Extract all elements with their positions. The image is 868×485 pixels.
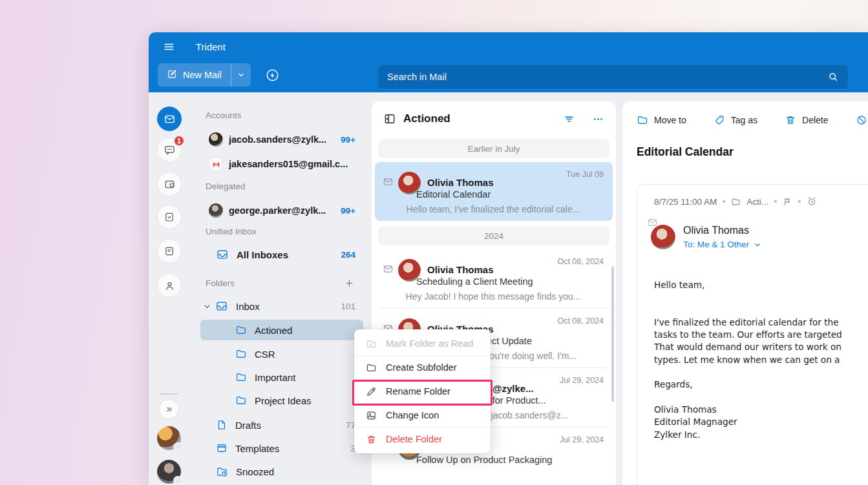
alarm-clock-icon[interactable] bbox=[807, 196, 817, 207]
image-icon bbox=[366, 410, 377, 421]
email-subject: Follow Up on Product Packaging bbox=[416, 455, 604, 465]
email-date: Oct 08, 2024 bbox=[552, 257, 604, 266]
tag-as-button[interactable]: Tag as bbox=[714, 114, 757, 126]
delete-button[interactable]: Delete bbox=[785, 114, 828, 126]
template-icon bbox=[216, 442, 228, 454]
add-folder-button[interactable] bbox=[344, 278, 354, 288]
body-line: That would demand our writers to work on bbox=[654, 341, 868, 353]
sidebar-item-snoozed[interactable]: Snoozed bbox=[189, 462, 368, 481]
rail-tasks-button[interactable] bbox=[157, 205, 182, 229]
account-avatar bbox=[209, 203, 223, 218]
app-rail: 1 bbox=[149, 92, 189, 485]
folders-section-label: Folders bbox=[206, 278, 344, 288]
sidebar-item-csr[interactable]: CSR bbox=[200, 344, 363, 364]
recipients-label: To: Me & 1 Other bbox=[683, 240, 749, 249]
account-item-gmail[interactable]: jakesanders015@gmail.c... bbox=[189, 154, 368, 174]
user-avatar[interactable] bbox=[157, 460, 181, 484]
message-toolbar: Move to Tag as Delete bbox=[622, 101, 868, 139]
folder-check-icon bbox=[366, 338, 377, 349]
expand-rail-button[interactable] bbox=[159, 399, 179, 419]
dot-separator bbox=[774, 200, 777, 203]
total-count: 101 bbox=[341, 302, 355, 311]
message-body: Hello team, I've finalized the editorial… bbox=[654, 279, 868, 441]
unread-count-badge: 99+ bbox=[341, 135, 355, 145]
user-avatar[interactable] bbox=[157, 426, 181, 450]
email-row[interactable]: Olivia Thomas Oct 08, 2024 Scheduling a … bbox=[375, 249, 613, 308]
sidebar-item-drafts[interactable]: Drafts 77 bbox=[189, 415, 368, 435]
body-line: tasks to the team. Our efforts are targe… bbox=[654, 329, 868, 341]
search-input[interactable]: Search in Mail bbox=[378, 65, 848, 88]
email-sender: Olivia Thomas bbox=[427, 264, 494, 275]
body-line bbox=[654, 366, 868, 378]
recipients-toggle[interactable]: To: Me & 1 Other bbox=[683, 240, 761, 249]
rail-notes-button[interactable] bbox=[157, 239, 182, 263]
chevron-down-icon[interactable] bbox=[203, 302, 211, 311]
sender-name: Olivia Thomas bbox=[683, 225, 749, 236]
folder-label: Inbox bbox=[236, 301, 337, 312]
pencil-icon bbox=[366, 386, 377, 397]
filter-icon[interactable] bbox=[563, 113, 575, 125]
new-mail-button[interactable]: New Mail bbox=[158, 63, 231, 87]
sidebar-item-all-inboxes[interactable]: All Inboxes 264 bbox=[189, 245, 368, 264]
rail-wallet-button[interactable] bbox=[157, 172, 182, 196]
mail-list-scrollbar[interactable] bbox=[611, 266, 614, 402]
tag-as-label: Tag as bbox=[731, 115, 757, 125]
menu-item-label: Rename Folder bbox=[386, 386, 450, 397]
rail-chat-button[interactable]: 1 bbox=[157, 138, 182, 162]
gmail-icon bbox=[209, 157, 223, 171]
accounts-section-label: Accounts bbox=[189, 108, 368, 122]
body-line: Zylker Inc. bbox=[654, 429, 868, 441]
sidebar-item-templates[interactable]: Templates 3 bbox=[189, 439, 368, 458]
search-placeholder: Search in Mail bbox=[387, 72, 827, 82]
folder-label: Drafts bbox=[235, 420, 338, 431]
folder-label: Important bbox=[255, 372, 295, 383]
new-mail-split-button: New Mail bbox=[158, 63, 251, 87]
folder-context-menu: Mark Folder as Read Create Subfolder Ren… bbox=[354, 329, 491, 453]
email-snippet: Hey Jacob! I hope this message finds you… bbox=[383, 291, 604, 302]
collapse-pane-icon[interactable] bbox=[383, 112, 396, 125]
folder-label: Templates bbox=[235, 443, 343, 454]
body-line: Editorial Magnager bbox=[654, 416, 868, 428]
menu-item-create-subfolder[interactable]: Create Subfolder bbox=[354, 356, 491, 379]
chevron-down-icon bbox=[237, 71, 245, 79]
more-options-icon[interactable] bbox=[592, 113, 604, 125]
account-avatar bbox=[209, 132, 223, 147]
mark-as-spam-button[interactable]: M bbox=[856, 114, 868, 126]
account-name: george.parker@zylk... bbox=[229, 205, 341, 216]
message-folder[interactable]: Acti... bbox=[746, 197, 768, 207]
body-line bbox=[654, 304, 868, 316]
menu-item-delete-folder[interactable]: Delete Folder bbox=[354, 428, 491, 451]
rail-contacts-button[interactable] bbox=[157, 273, 182, 298]
quick-actions-button[interactable] bbox=[265, 68, 280, 83]
account-item-jacob[interactable]: jacob.sanders@zylk... 99+ bbox=[189, 130, 368, 149]
dot-separator bbox=[723, 200, 725, 203]
account-item-george[interactable]: george.parker@zylk... 99+ bbox=[189, 201, 368, 220]
title-bar: Trident bbox=[149, 32, 868, 61]
rail-mail-button[interactable] bbox=[157, 107, 182, 131]
sidebar-item-actioned[interactable]: Actioned bbox=[200, 320, 363, 340]
hamburger-menu-icon[interactable] bbox=[163, 41, 175, 53]
body-line bbox=[654, 291, 868, 304]
message-card: 8/7/25 11:00 AM Acti... bbox=[637, 184, 868, 485]
sidebar-item-inbox[interactable]: Inbox 101 bbox=[189, 296, 368, 316]
menu-item-label: Delete Folder bbox=[386, 434, 442, 444]
email-subject: Scheduling a Client Meeting bbox=[416, 276, 604, 287]
menu-item-change-icon[interactable]: Change Icon bbox=[354, 404, 491, 427]
flag-icon[interactable] bbox=[783, 197, 792, 207]
email-row[interactable]: Olivia Thomas Tue Jul 08 Editorial Calen… bbox=[375, 162, 613, 221]
search-icon[interactable] bbox=[827, 71, 839, 83]
email-snippet: Hello team, I've finalized the editorial… bbox=[383, 204, 604, 214]
move-to-button[interactable]: Move to bbox=[637, 114, 686, 126]
account-name: jakesanders015@gmail.c... bbox=[229, 159, 355, 169]
folder-label: CSR bbox=[255, 349, 275, 360]
menu-item-rename-folder[interactable]: Rename Folder bbox=[354, 380, 491, 403]
envelope-read-icon[interactable] bbox=[383, 176, 394, 187]
envelope-read-icon[interactable] bbox=[383, 263, 394, 274]
new-mail-dropdown[interactable] bbox=[231, 63, 251, 87]
date-separator: 2024 bbox=[378, 226, 609, 245]
wallet-icon bbox=[164, 178, 176, 191]
person-icon bbox=[164, 280, 176, 292]
chat-icon bbox=[164, 144, 176, 156]
sidebar-item-important[interactable]: Important bbox=[200, 367, 363, 387]
sidebar-item-project-ideas[interactable]: Project Ideas bbox=[200, 391, 363, 410]
